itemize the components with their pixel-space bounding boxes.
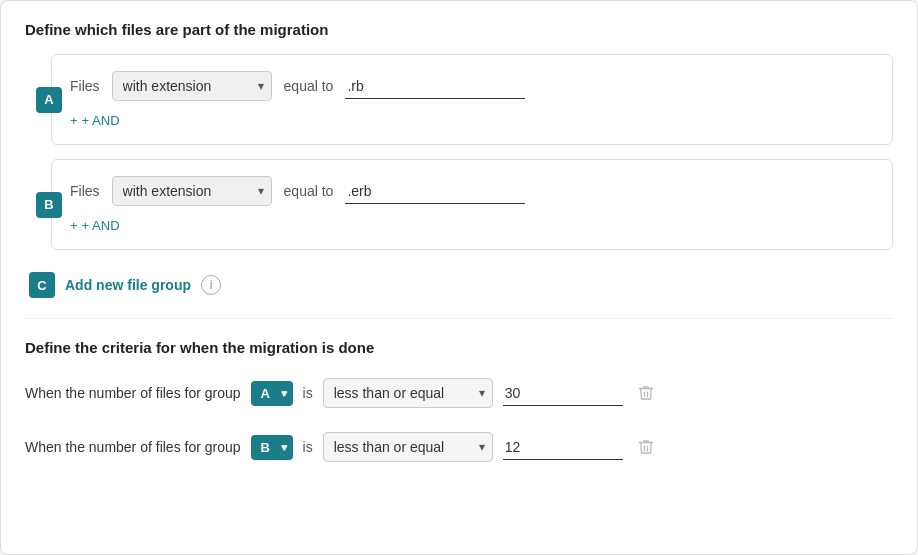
criteria-prefix-b: When the number of files for group <box>25 439 241 455</box>
criteria-condition-select-b[interactable]: less than or equal greater than or equal… <box>323 432 493 462</box>
file-groups-container: A Files with extension with name matchin… <box>25 54 893 250</box>
info-icon[interactable]: i <box>201 275 221 295</box>
add-and-label-b: + AND <box>82 218 120 233</box>
file-group-b: B Files with extension with name matchin… <box>51 159 893 250</box>
extension-select-wrapper-b: with extension with name matching patter… <box>112 176 272 206</box>
extension-value-a[interactable] <box>345 74 525 99</box>
extension-select-b[interactable]: with extension with name matching patter… <box>112 176 272 206</box>
criteria-row-a: When the number of files for group A B ▾… <box>25 372 893 414</box>
extension-select-a[interactable]: with extension with name matching patter… <box>112 71 272 101</box>
criteria-condition-wrapper-b: less than or equal greater than or equal… <box>323 432 493 462</box>
criteria-is-label-a: is <box>303 385 313 401</box>
files-label-b: Files <box>70 183 100 199</box>
file-row-b: Files with extension with name matching … <box>70 176 874 206</box>
file-row-a: Files with extension with name matching … <box>70 71 874 101</box>
criteria-group-badge-a: A B ▾ <box>251 381 293 406</box>
delete-icon-b[interactable] <box>637 438 655 456</box>
plus-icon-b: + <box>70 218 78 233</box>
group-label-a: A <box>36 87 62 113</box>
criteria-section: Define the criteria for when the migrati… <box>25 339 893 468</box>
criteria-group-select-b[interactable]: A B <box>251 435 293 460</box>
group-label-c: C <box>29 272 55 298</box>
section-divider <box>25 318 893 319</box>
criteria-group-select-a[interactable]: A B <box>251 381 293 406</box>
equal-to-label-a: equal to <box>284 78 334 94</box>
section-title-2: Define the criteria for when the migrati… <box>25 339 893 356</box>
criteria-condition-wrapper-a: less than or equal greater than or equal… <box>323 378 493 408</box>
extension-select-wrapper-a: with extension with name matching patter… <box>112 71 272 101</box>
criteria-prefix-a: When the number of files for group <box>25 385 241 401</box>
criteria-is-label-b: is <box>303 439 313 455</box>
add-group-label: Add new file group <box>65 277 191 293</box>
add-and-label-a: + AND <box>82 113 120 128</box>
add-and-button-a[interactable]: + + AND <box>70 113 120 128</box>
main-card: Define which files are part of the migra… <box>0 0 918 555</box>
criteria-value-a[interactable] <box>503 381 623 406</box>
files-label-a: Files <box>70 78 100 94</box>
plus-icon-a: + <box>70 113 78 128</box>
equal-to-label-b: equal to <box>284 183 334 199</box>
add-and-button-b[interactable]: + + AND <box>70 218 120 233</box>
add-group-button[interactable]: Add new file group <box>65 277 191 293</box>
add-group-row: C Add new file group i <box>25 264 893 302</box>
delete-icon-a[interactable] <box>637 384 655 402</box>
file-group-a: A Files with extension with name matchin… <box>51 54 893 145</box>
criteria-row-b: When the number of files for group A B ▾… <box>25 426 893 468</box>
section-title-1: Define which files are part of the migra… <box>25 21 893 38</box>
criteria-value-b[interactable] <box>503 435 623 460</box>
group-label-b: B <box>36 192 62 218</box>
extension-value-b[interactable] <box>345 179 525 204</box>
criteria-condition-select-a[interactable]: less than or equal greater than or equal… <box>323 378 493 408</box>
criteria-group-badge-b: A B ▾ <box>251 435 293 460</box>
